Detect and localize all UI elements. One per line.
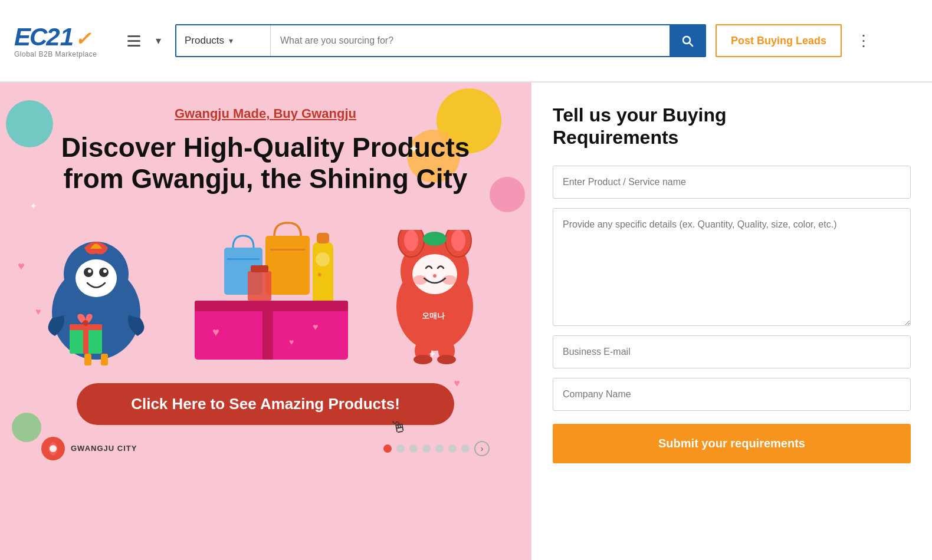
carousel-dot-4[interactable]: [422, 444, 431, 453]
svg-point-6: [103, 269, 107, 273]
svg-point-2: [76, 259, 117, 297]
gwangju-logo: GWANGJU CITY: [41, 437, 137, 460]
svg-rect-16: [270, 249, 305, 251]
svg-text:♥: ♥: [289, 337, 294, 347]
character-gift-box: ☀ ♥ ♥ ♥: [171, 212, 360, 365]
form-title-line2: Requirements: [553, 127, 678, 148]
logo-subtitle: Global B2B Marketplace: [14, 50, 97, 58]
heart-1: ♥: [18, 259, 25, 273]
banner-title-line2: from Gwangju, the Shining City: [64, 163, 468, 194]
svg-point-43: [437, 355, 456, 364]
logo-text: EC2 1 ✓: [14, 23, 91, 51]
menu-dropdown-icon[interactable]: ▾: [156, 34, 161, 47]
svg-rect-25: [262, 301, 273, 360]
gwangju-logo-icon: [41, 437, 65, 460]
banner-inner: Gwangju Made, Buy Gwangju Discover High-…: [0, 83, 531, 560]
svg-rect-45: [429, 235, 441, 243]
svg-point-38: [433, 274, 437, 278]
sparkle-1: ✦: [408, 141, 419, 157]
search-bar: Products ▾: [175, 24, 706, 57]
svg-point-34: [451, 230, 465, 251]
svg-point-47: [50, 445, 57, 452]
svg-rect-7: [84, 354, 91, 365]
svg-rect-14: [227, 258, 260, 260]
form-title-line1: Tell us your Buying: [553, 104, 727, 126]
menu-bar-1: [127, 35, 140, 37]
banner-characters: ☀ ♥ ♥ ♥: [29, 212, 501, 365]
logo: EC2 1 ✓ Global B2B Marketplace: [14, 23, 109, 58]
banner-area: Gwangju Made, Buy Gwangju Discover High-…: [0, 83, 531, 560]
menu-bar-3: [127, 45, 140, 47]
svg-point-19: [316, 252, 330, 266]
category-dropdown-arrow: ▾: [229, 36, 233, 45]
search-category-selector[interactable]: Products ▾: [176, 25, 271, 56]
banner-footer: GWANGJU CITY ›: [29, 437, 501, 460]
svg-point-36: [413, 275, 427, 285]
more-options-icon[interactable]: ⋮: [856, 32, 871, 50]
gwangju-logo-text: GWANGJU CITY: [71, 444, 137, 453]
search-input[interactable]: [271, 25, 670, 56]
category-label: Products: [185, 35, 224, 47]
carousel-next-arrow[interactable]: ›: [474, 441, 490, 456]
form-title: Tell us your Buying Requirements: [553, 104, 911, 149]
header: EC2 1 ✓ Global B2B Marketplace ▾ Product…: [0, 0, 932, 83]
svg-text:오매나: 오매나: [422, 311, 445, 320]
menu-bar-2: [127, 40, 140, 42]
svg-text:♥: ♥: [313, 322, 319, 332]
main-content: Gwangju Made, Buy Gwangju Discover High-…: [0, 83, 932, 560]
business-email-input[interactable]: [553, 335, 911, 368]
svg-rect-17: [313, 242, 333, 307]
sparkle-2: ✦: [29, 200, 37, 212]
post-buying-leads-button[interactable]: Post Buying Leads: [716, 24, 842, 57]
submit-requirements-button[interactable]: Submit your requirements: [553, 424, 911, 463]
svg-rect-11: [83, 324, 88, 354]
character-red-mascot: 오매나: [376, 230, 494, 365]
details-textarea[interactable]: [553, 208, 911, 326]
heart-3: ♥: [454, 377, 460, 390]
svg-point-5: [88, 269, 91, 273]
form-panel: Tell us your Buying Requirements Submit …: [531, 83, 932, 560]
cursor-icon: 🖱: [389, 416, 408, 438]
svg-rect-15: [265, 236, 310, 295]
svg-rect-18: [317, 233, 329, 243]
svg-text:♥: ♥: [212, 325, 219, 338]
carousel-dot-2[interactable]: [396, 444, 405, 453]
menu-icon-button[interactable]: [124, 33, 144, 49]
banner-subtitle: Gwangju Made, Buy Gwangju: [29, 106, 501, 121]
svg-rect-21: [248, 271, 271, 301]
carousel-dot-6[interactable]: [448, 444, 457, 453]
svg-point-37: [442, 275, 457, 285]
banner-title: Discover High-Quality Products from Gwan…: [29, 132, 501, 195]
company-name-input[interactable]: [553, 378, 911, 411]
svg-rect-22: [251, 265, 268, 272]
carousel-dot-5[interactable]: [435, 444, 444, 453]
svg-point-12: [83, 320, 88, 326]
heart-2: ♥: [35, 307, 41, 317]
svg-rect-8: [101, 354, 108, 365]
carousel-dot-3[interactable]: [409, 444, 418, 453]
character-blue-bird: [37, 236, 155, 365]
search-icon: [680, 34, 694, 48]
carousel-dots: ›: [383, 441, 490, 456]
svg-point-32: [404, 230, 418, 251]
svg-text:☀: ☀: [317, 272, 322, 278]
product-service-input[interactable]: [553, 166, 911, 199]
carousel-dot-7[interactable]: [461, 444, 470, 453]
search-button[interactable]: [670, 25, 705, 56]
carousel-dot-1[interactable]: [383, 444, 392, 453]
sparkle-3: ✦: [428, 348, 437, 361]
